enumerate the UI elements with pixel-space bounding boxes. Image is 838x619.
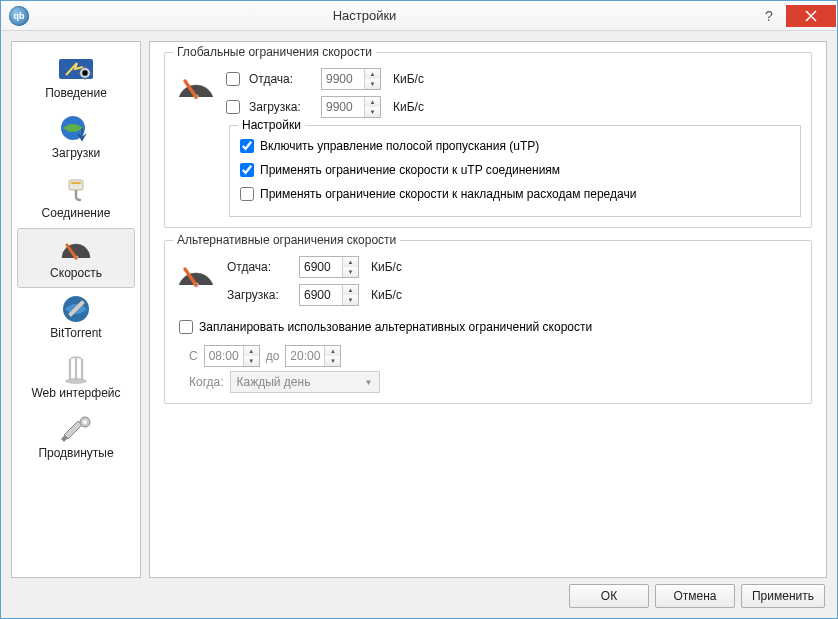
opt-overhead-checkbox[interactable] [240,187,254,201]
sidebar-item-label: Web интерфейс [31,386,120,400]
apply-button[interactable]: Применить [741,584,825,608]
global-upload-label: Отдача: [249,72,315,86]
spin-up-icon[interactable]: ▲ [244,346,259,356]
connection-icon [56,172,96,206]
webui-icon [56,352,96,386]
svg-point-9 [83,420,87,424]
spin-down-icon[interactable]: ▼ [343,295,358,305]
gauge-icon [175,67,217,103]
spin-up-icon[interactable]: ▲ [365,97,380,107]
schedule-when-label: Когда: [189,375,224,389]
unit-label: КиБ/с [393,100,424,114]
global-download-spin[interactable]: ▲▼ [321,96,381,118]
footer: ОК Отмена Применить [11,584,827,608]
behavior-icon [56,52,96,86]
schedule-from-input[interactable] [205,346,243,366]
schedule-to-spin[interactable]: ▲▼ [285,345,341,367]
schedule-checkbox[interactable] [179,320,193,334]
speed-icon [56,232,96,266]
opt-utp-checkbox[interactable] [240,139,254,153]
alt-download-label: Загрузка: [227,288,293,302]
spin-up-icon[interactable]: ▲ [343,257,358,267]
sidebar-item-label: Соединение [42,206,111,220]
window-title: Настройки [37,8,752,23]
main-area: Поведение Загрузки Соединение [11,41,827,578]
unit-label: КиБ/с [371,260,402,274]
sidebar-item-connection[interactable]: Соединение [12,168,140,228]
close-icon [805,10,817,22]
alt-upload-spin[interactable]: ▲▼ [299,256,359,278]
sidebar-item-label: BitTorrent [50,326,101,340]
opt-utp-label: Включить управление полосой пропускания … [260,139,539,153]
opt-overhead-label: Применять ограничение скорости к накладн… [260,187,636,201]
titlebar: qb Настройки ? [1,1,837,31]
unit-label: КиБ/с [393,72,424,86]
spin-down-icon[interactable]: ▼ [365,79,380,89]
app-icon: qb [9,6,29,26]
schedule-label: Запланировать использование альтернативн… [199,320,592,334]
sidebar-item-label: Продвинутые [38,446,113,460]
sidebar-item-label: Поведение [45,86,107,100]
bittorrent-icon [56,292,96,326]
schedule-to-label: до [266,349,280,363]
schedule-when-row: Когда: Каждый день ▼ [189,371,801,393]
schedule-when-value: Каждый день [237,375,311,389]
svg-rect-3 [69,180,83,190]
alt-limits-group: Альтернативные ограничения скорости Отда… [164,240,812,404]
global-download-label: Загрузка: [249,100,315,114]
global-limits-legend: Глобальные ограничения скорости [173,45,376,59]
spin-down-icon[interactable]: ▼ [343,267,358,277]
spin-down-icon[interactable]: ▼ [244,356,259,366]
schedule-from-label: С [189,349,198,363]
ok-button[interactable]: ОК [569,584,649,608]
body: Поведение Загрузки Соединение [1,31,837,618]
global-download-checkbox[interactable] [226,100,240,114]
schedule-from-spin[interactable]: ▲▼ [204,345,260,367]
spin-up-icon[interactable]: ▲ [325,346,340,356]
help-button[interactable]: ? [752,5,786,27]
settings-window: qb Настройки ? Поведение [0,0,838,619]
alt-download-input[interactable] [300,285,342,305]
cancel-button[interactable]: Отмена [655,584,735,608]
spin-up-icon[interactable]: ▲ [365,69,380,79]
sidebar-item-speed[interactable]: Скорость [17,228,135,288]
sidebar-item-label: Загрузки [52,146,100,160]
sidebar-item-webui[interactable]: Web интерфейс [12,348,140,408]
spin-down-icon[interactable]: ▼ [365,107,380,117]
opt-utp-limit-checkbox[interactable] [240,163,254,177]
content-panel: Глобальные ограничения скорости Отдача: [149,41,827,578]
sidebar-item-label: Скорость [50,266,102,280]
global-upload-input[interactable] [322,69,364,89]
spin-down-icon[interactable]: ▼ [325,356,340,366]
global-upload-checkbox[interactable] [226,72,240,86]
sidebar-item-bittorrent[interactable]: BitTorrent [12,288,140,348]
unit-label: КиБ/с [371,288,402,302]
spin-up-icon[interactable]: ▲ [343,285,358,295]
sidebar-item-behavior[interactable]: Поведение [12,48,140,108]
advanced-icon [56,412,96,446]
global-upload-spin[interactable]: ▲▼ [321,68,381,90]
global-options-group: Настройки Включить управление полосой пр… [229,125,801,217]
chevron-down-icon: ▼ [365,378,373,387]
opt-utp-limit-label: Применять ограничение скорости к uTP сое… [260,163,560,177]
alt-upload-input[interactable] [300,257,342,277]
downloads-icon [56,112,96,146]
schedule-when-combo[interactable]: Каждый день ▼ [230,371,380,393]
alt-download-spin[interactable]: ▲▼ [299,284,359,306]
schedule-to-input[interactable] [286,346,324,366]
alt-upload-label: Отдача: [227,260,293,274]
close-button[interactable] [786,5,836,27]
global-download-input[interactable] [322,97,364,117]
sidebar-item-downloads[interactable]: Загрузки [12,108,140,168]
gauge-icon [175,255,217,291]
global-options-legend: Настройки [238,118,305,132]
global-limits-group: Глобальные ограничения скорости Отдача: [164,52,812,228]
sidebar: Поведение Загрузки Соединение [11,41,141,578]
alt-limits-legend: Альтернативные ограничения скорости [173,233,400,247]
svg-rect-4 [71,182,81,184]
schedule-row: С ▲▼ до ▲▼ [189,345,801,367]
sidebar-item-advanced[interactable]: Продвинутые [12,408,140,468]
